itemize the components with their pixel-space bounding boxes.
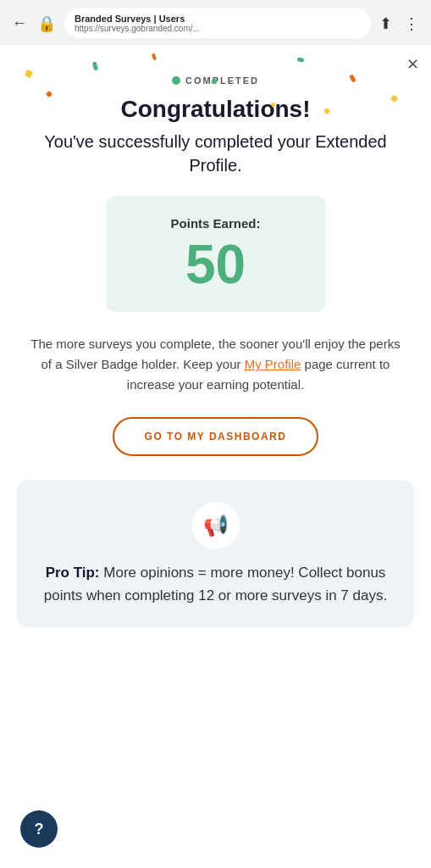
pro-tip-text: Pro Tip: More opinions = more money! Col… <box>37 561 394 607</box>
browser-url: https://surveys.gobranded.com/... <box>75 24 361 33</box>
browser-title: Branded Surveys | Users <box>75 14 361 24</box>
share-icon[interactable]: ⬆ <box>379 14 392 33</box>
congrats-title: Congratulations! <box>25 96 406 123</box>
more-menu-icon[interactable]: ⋮ <box>404 14 419 33</box>
lock-icon: 🔒 <box>37 14 56 33</box>
completed-dot <box>172 76 180 85</box>
help-button[interactable]: ? <box>20 810 58 848</box>
browser-nav-icons: ← 🔒 <box>12 14 56 33</box>
browser-action-icons: ⬆ ⋮ <box>379 14 419 33</box>
description-text: The more surveys you complete, the soone… <box>17 334 414 395</box>
points-card: Points Earned: 50 <box>106 196 326 312</box>
browser-chrome: ← 🔒 Branded Surveys | Users https://surv… <box>0 0 431 45</box>
congrats-section: Congratulations! You've successfully com… <box>17 96 414 177</box>
points-label: Points Earned: <box>140 216 292 231</box>
dashboard-button[interactable]: GO TO MY DASHBOARD <box>113 417 319 456</box>
pro-tip-icon: 📢 <box>203 514 229 537</box>
completed-label: COMPLETED <box>185 75 259 86</box>
congrats-subtitle: You've successfully completed your Exten… <box>25 130 406 177</box>
pro-tip-icon-wrapper: 📢 <box>192 502 240 549</box>
back-icon[interactable]: ← <box>12 14 27 32</box>
page-content: ✕ COMPLETED Congratulations! You've succ… <box>0 45 431 868</box>
pro-tip-bold: Pro Tip: <box>46 565 100 581</box>
my-profile-link[interactable]: My Profile <box>245 357 301 371</box>
points-value: 50 <box>140 237 292 292</box>
close-button[interactable]: ✕ <box>406 57 419 72</box>
completed-badge: COMPLETED <box>172 75 259 86</box>
address-bar[interactable]: Branded Surveys | Users https://surveys.… <box>64 8 371 38</box>
pro-tip-card: 📢 Pro Tip: More opinions = more money! C… <box>17 480 414 627</box>
